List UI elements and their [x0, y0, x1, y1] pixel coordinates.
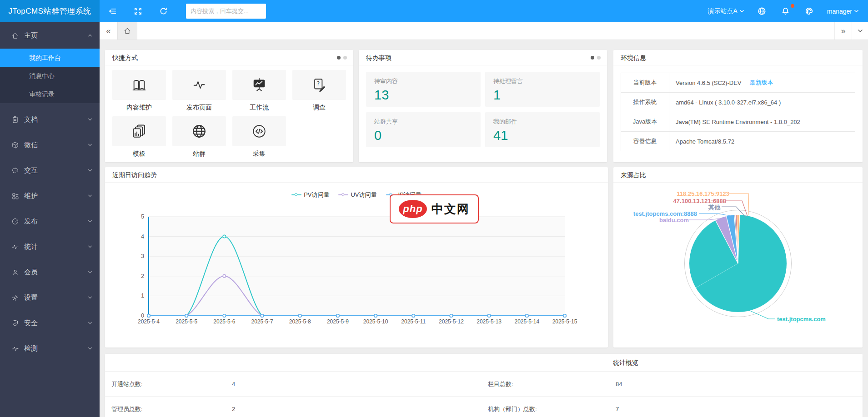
search-input[interactable] [186, 4, 266, 19]
visit-trend-card: 近期日访问趋势 PV访问量 UV访问量 IP访问量 0123452025-5-4… [105, 167, 608, 348]
chevron-down-icon [88, 244, 92, 249]
stat-label: 管理员总数: [111, 397, 143, 417]
todo-cluster-shares[interactable]: 站群共享 0 [366, 112, 481, 147]
svg-text:2025-5-10: 2025-5-10 [363, 318, 388, 325]
todo-count: 0 [374, 128, 472, 143]
card-title: 快捷方式 [105, 50, 353, 65]
sidebar-item-statistics[interactable]: 统计 [0, 234, 100, 259]
sidebar-item-documents[interactable]: 文档 [0, 107, 100, 132]
notification-dot [791, 4, 794, 8]
stats-title: 统计概览 [596, 354, 655, 372]
sidebar-item-label: 主页 [24, 31, 88, 40]
svg-text:5: 5 [141, 213, 144, 220]
table-row: 容器信息 Apache Tomcat/8.5.72 [621, 132, 855, 151]
gear-icon [11, 294, 19, 302]
source-share-card: 来源占比 118.25.16.175:9123 47.100.13.121:68… [613, 167, 863, 348]
chevron-down-icon [88, 346, 92, 351]
shortcuts-card: 快捷方式 内容维护 发布页面 工作流 ? 调查 [105, 50, 353, 162]
svg-text:2025-5-6: 2025-5-6 [213, 318, 235, 325]
latest-version-link[interactable]: 最新版本 [750, 79, 773, 87]
language-button[interactable] [756, 5, 768, 17]
php-logo: php [399, 200, 427, 218]
watermark-text: 中文网 [431, 201, 470, 217]
template-icon [131, 124, 147, 139]
todo-my-mail[interactable]: 我的邮件 41 [485, 112, 600, 147]
todo-count: 13 [374, 88, 472, 103]
scroll-tabs-right-button[interactable] [834, 22, 852, 40]
carousel-dot-active[interactable] [337, 56, 341, 60]
shortcut-workflow[interactable]: 工作流 [232, 70, 286, 112]
app-logo: JTopCMS站群管理系统 [0, 0, 100, 22]
site-switcher[interactable]: 演示站点A [707, 7, 744, 15]
environment-card: 环境信息 当前版本 Version 4.6.5 (SC2)-DEV 最新版本 操… [613, 50, 863, 162]
collapse-sidebar-icon[interactable] [106, 5, 118, 17]
sidebar-item-members[interactable]: 会员 [0, 259, 100, 285]
carousel-dot[interactable] [597, 56, 601, 60]
chevron-down-icon [88, 194, 92, 198]
svg-text:4: 4 [141, 233, 144, 240]
home-tab[interactable] [117, 22, 137, 40]
sidebar-item-security[interactable]: 安全 [0, 310, 100, 336]
shortcut-collection[interactable]: 采集 [232, 116, 286, 158]
svg-text:2025-5-15: 2025-5-15 [552, 318, 577, 325]
carousel-dot-active[interactable] [591, 56, 594, 60]
sidebar-item-maintenance[interactable]: 维护 [0, 183, 100, 208]
shortcut-site-cluster[interactable]: 站群 [172, 116, 226, 158]
sidebar-subitem-message-center[interactable]: 消息中心 [0, 67, 100, 85]
sidebar-item-label: 统计 [24, 243, 88, 251]
theme-button[interactable] [803, 5, 815, 17]
shortcut-publish-page[interactable]: 发布页面 [172, 70, 226, 112]
shortcut-content-maintenance[interactable]: 内容维护 [112, 70, 166, 112]
sidebar-item-monitoring[interactable]: 检测 [0, 336, 100, 361]
refresh-icon[interactable] [157, 5, 169, 17]
todo-pending-content[interactable]: 待审内容 13 [366, 72, 481, 107]
content-search-box [186, 4, 266, 19]
svg-text:2025-5-12: 2025-5-12 [439, 318, 464, 325]
visit-trend-title: 近期日访问趋势 [112, 171, 157, 179]
environment-title: 环境信息 [621, 54, 646, 61]
sidebar-item-label: 交互 [24, 166, 88, 175]
pie-label: 其他 [708, 204, 720, 212]
book-icon [131, 77, 147, 93]
line-chart: 0123452025-5-42025-5-52025-5-62025-5-720… [105, 201, 608, 338]
chevron-down-icon [88, 295, 92, 300]
svg-text:?: ? [316, 80, 320, 87]
chevron-down-icon [739, 9, 744, 14]
legend-item-uv[interactable]: UV访问量 [338, 191, 376, 199]
notifications-button[interactable] [780, 5, 792, 17]
carousel-dot[interactable] [343, 56, 347, 60]
sidebar-item-label: 检测 [24, 344, 88, 353]
scroll-tabs-left-button[interactable] [100, 22, 117, 40]
stats-overview-card: 统计概览 开通站点数: 4 栏目总数: 84 管理员总数: 2 机构（部门）总数… [105, 354, 863, 417]
sidebar-subitem-workbench[interactable]: 我的工作台 [0, 49, 100, 67]
chevron-down-icon [88, 117, 92, 122]
sidebar-item-home[interactable]: 主页 [0, 22, 100, 49]
pie-label: test.jtopcms.com:8888 [633, 210, 697, 217]
shortcut-survey[interactable]: ? 调查 [292, 70, 346, 112]
carousel-dots [337, 50, 347, 65]
tab-actions-dropdown-button[interactable] [852, 22, 868, 40]
shortcuts-title: 快捷方式 [112, 54, 138, 61]
user-menu[interactable]: manager [827, 8, 859, 15]
sidebar-subitem-audit-log[interactable]: 审核记录 [0, 85, 100, 103]
bell-icon [780, 5, 792, 17]
table-row: 当前版本 Version 4.6.5 (SC2)-DEV 最新版本 [621, 73, 855, 93]
sidebar-item-interaction[interactable]: 交互 [0, 158, 100, 183]
svg-text:3: 3 [141, 253, 144, 259]
sidebar-item-publish[interactable]: 发布 [0, 208, 100, 234]
shield-check-icon [11, 319, 19, 327]
todo-pending-messages[interactable]: 待处理留言 1 [485, 72, 600, 107]
sidebar-item-wechat[interactable]: 微信 [0, 132, 100, 158]
top-header: JTopCMS站群管理系统 演示站点A [0, 0, 868, 22]
fullscreen-icon[interactable] [132, 5, 144, 17]
legend-item-pv[interactable]: PV访问量 [291, 191, 329, 199]
sidebar-item-settings[interactable]: 设置 [0, 285, 100, 310]
survey-icon: ? [311, 77, 327, 93]
version-value: Version 4.6.5 (SC2)-DEV [676, 79, 742, 86]
sidebar-item-label: 发布 [24, 217, 88, 226]
stats-header: 统计概览 [105, 354, 863, 372]
chevron-down-icon [858, 28, 863, 34]
todo-grid: 待审内容 13 待处理留言 1 站群共享 0 我的邮件 41 [366, 72, 600, 147]
sidebar-item-label: 设置 [24, 293, 88, 302]
shortcut-templates[interactable]: 模板 [112, 116, 166, 158]
